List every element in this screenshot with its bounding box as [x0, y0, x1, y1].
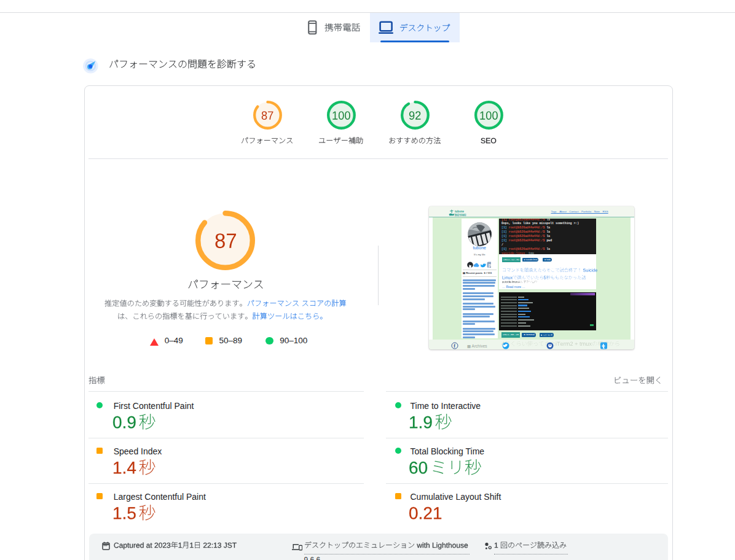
svg-text:f: f: [454, 343, 455, 349]
svg-text:p: p: [489, 262, 491, 268]
svg-text:▩ Archives: ▩ Archives: [467, 344, 487, 348]
svg-text:BOYAKI: BOYAKI: [455, 213, 466, 216]
svg-text:tubone: tubone: [455, 210, 464, 213]
